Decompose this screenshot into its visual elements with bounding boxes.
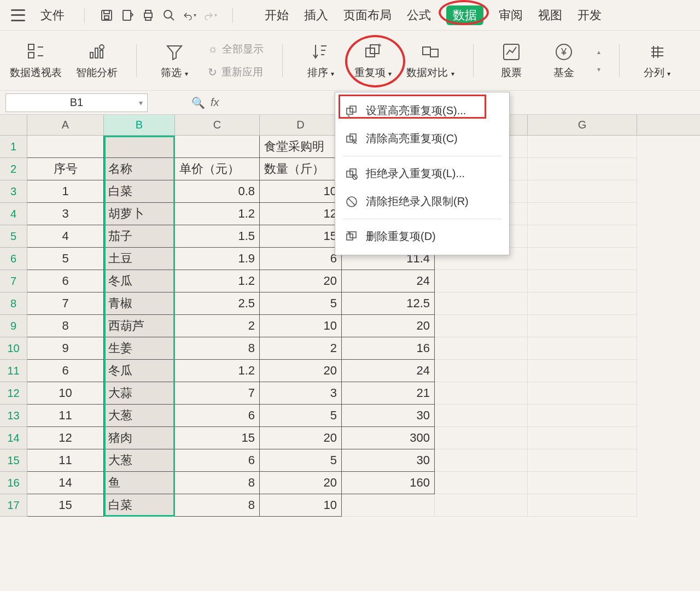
cell[interactable]: 2.5 <box>175 292 260 315</box>
cell[interactable]: 160 <box>342 472 435 494</box>
ribbon-compare-button[interactable]: 数据对比 ▾ <box>406 42 454 80</box>
dd-clear-reject[interactable]: 清除拒绝录入限制(R) <box>335 188 509 215</box>
cell[interactable]: 鱼 <box>104 472 175 494</box>
row-header[interactable]: 14 <box>0 427 27 449</box>
menu-file[interactable]: 文件 <box>36 5 69 26</box>
cell[interactable]: 序号 <box>27 158 104 180</box>
cell[interactable] <box>528 136 637 158</box>
cell[interactable]: 8 <box>175 472 260 494</box>
cell[interactable] <box>435 427 528 449</box>
cell[interactable] <box>435 449 528 472</box>
cell[interactable]: 1.5 <box>175 225 260 248</box>
cell[interactable] <box>528 180 637 203</box>
col-header-A[interactable]: A <box>27 115 104 135</box>
row-header[interactable]: 2 <box>0 158 27 180</box>
row-header[interactable]: 1 <box>0 136 27 158</box>
hamburger-icon[interactable] <box>11 9 25 21</box>
cell[interactable]: 1.2 <box>175 203 260 225</box>
cell[interactable]: 20 <box>260 427 342 449</box>
cell[interactable]: 青椒 <box>104 292 175 315</box>
cell[interactable] <box>528 427 637 449</box>
cell[interactable] <box>528 158 637 180</box>
ribbon-pivot-button[interactable]: 数据透视表 <box>10 42 62 80</box>
cell[interactable]: 大蒜 <box>104 382 175 405</box>
cell[interactable] <box>528 360 637 382</box>
dd-clear-highlight[interactable]: 清除高亮重复项(C) <box>335 125 509 153</box>
dd-reject-dup[interactable]: 拒绝录入重复项(L)... <box>335 160 509 188</box>
row-header[interactable]: 3 <box>0 180 27 203</box>
cell[interactable]: 土豆 <box>104 248 175 270</box>
cell[interactable] <box>435 337 528 360</box>
cell[interactable]: 20 <box>260 270 342 292</box>
cell[interactable]: 8 <box>175 337 260 360</box>
cell[interactable]: 6 <box>175 449 260 472</box>
row-header[interactable]: 11 <box>0 360 27 382</box>
cell[interactable]: 30 <box>342 405 435 427</box>
cell[interactable]: 2 <box>175 315 260 337</box>
ribbon-filter-button[interactable]: 筛选 ▾ <box>155 42 194 80</box>
ribbon-reapply[interactable]: ↻重新应用 <box>208 65 264 79</box>
ribbon-sort-button[interactable]: 排序 ▾ <box>301 42 340 80</box>
print-icon[interactable] <box>142 9 155 22</box>
cell[interactable] <box>435 360 528 382</box>
cell[interactable] <box>528 494 637 517</box>
cell[interactable]: 猪肉 <box>104 427 175 449</box>
cell[interactable]: 大葱 <box>104 405 175 427</box>
cell[interactable]: 12 <box>260 203 342 225</box>
col-header-B[interactable]: B <box>104 115 175 135</box>
cell[interactable]: 名称 <box>104 158 175 180</box>
row-header[interactable]: 5 <box>0 225 27 248</box>
cell[interactable] <box>528 315 637 337</box>
row-header[interactable]: 17 <box>0 494 27 517</box>
cell[interactable]: 1.2 <box>175 360 260 382</box>
cell[interactable]: 10 <box>260 315 342 337</box>
cell[interactable]: 4 <box>27 225 104 248</box>
cell[interactable]: 白菜 <box>104 494 175 517</box>
cell[interactable]: 10 <box>260 180 342 203</box>
undo-icon[interactable]: ▾ <box>183 9 196 22</box>
row-header[interactable]: 15 <box>0 449 27 472</box>
cell[interactable]: 24 <box>342 270 435 292</box>
cell[interactable]: 冬瓜 <box>104 360 175 382</box>
cell[interactable]: 30 <box>342 449 435 472</box>
cell[interactable]: 11 <box>27 449 104 472</box>
cell[interactable]: 20 <box>260 360 342 382</box>
cell[interactable] <box>528 382 637 405</box>
search-icon[interactable] <box>162 9 176 22</box>
ribbon-split-button[interactable]: 分列 ▾ <box>638 42 676 80</box>
dd-highlight-dup[interactable]: 设置高亮重复项(S)... <box>335 97 509 125</box>
cell[interactable] <box>435 405 528 427</box>
cell[interactable]: 1.2 <box>175 270 260 292</box>
cell[interactable]: 12 <box>27 427 104 449</box>
cell[interactable]: 6 <box>27 360 104 382</box>
cell[interactable]: 15 <box>27 494 104 517</box>
cell[interactable] <box>342 494 435 517</box>
cell[interactable]: 0.8 <box>175 180 260 203</box>
cell[interactable]: 7 <box>175 382 260 405</box>
cell[interactable] <box>528 203 637 225</box>
cell[interactable] <box>528 472 637 494</box>
tab-formula[interactable]: 公式 <box>407 7 431 24</box>
tab-start[interactable]: 开始 <box>265 7 289 24</box>
cell[interactable]: 14 <box>27 472 104 494</box>
ribbon-showall[interactable]: ☼全部显示 <box>208 42 264 56</box>
cell[interactable] <box>435 382 528 405</box>
cell[interactable] <box>435 472 528 494</box>
cell[interactable] <box>435 315 528 337</box>
cell[interactable]: 单价（元） <box>175 158 260 180</box>
dd-delete-dup[interactable]: 删除重复项(D) <box>335 223 509 250</box>
cell[interactable]: 白菜 <box>104 180 175 203</box>
cell[interactable]: 1 <box>27 180 104 203</box>
cell[interactable]: 西葫芦 <box>104 315 175 337</box>
cell[interactable]: 10 <box>27 382 104 405</box>
row-header[interactable]: 16 <box>0 472 27 494</box>
cell[interactable] <box>528 405 637 427</box>
ribbon-analysis-button[interactable]: 智能分析 <box>76 42 118 80</box>
cell[interactable] <box>528 248 637 270</box>
cell[interactable] <box>528 337 637 360</box>
col-header-C[interactable]: C <box>175 115 260 135</box>
cell[interactable]: 11 <box>27 405 104 427</box>
cell[interactable]: 5 <box>27 248 104 270</box>
save-icon[interactable] <box>100 9 113 22</box>
col-header-G[interactable]: G <box>528 115 637 135</box>
